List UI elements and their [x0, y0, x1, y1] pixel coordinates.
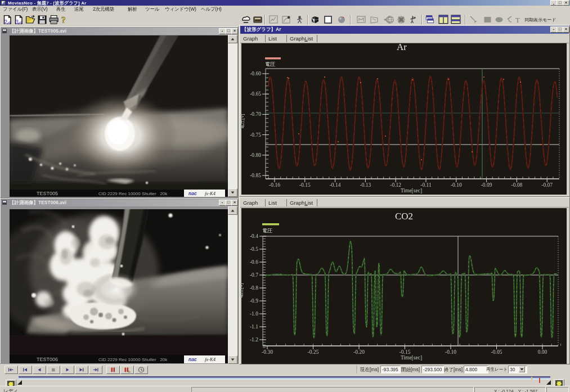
svg-text:-0.07: -0.07 — [541, 182, 553, 188]
svg-text:Time[sec]: Time[sec] — [401, 188, 422, 193]
svg-text:-0.20: -0.20 — [353, 349, 365, 355]
svg-text:-0.16: -0.16 — [269, 182, 280, 188]
svg-text:電圧[V]: 電圧[V] — [240, 283, 244, 298]
svg-text:-0.08: -0.08 — [511, 182, 523, 188]
svg-text:-0.05: -0.05 — [491, 349, 502, 355]
svg-text:-0.4: -0.4 — [250, 233, 258, 239]
svg-text:-0.80: -0.80 — [250, 152, 261, 158]
svg-text:-0.25: -0.25 — [308, 349, 319, 355]
svg-text:-0.5: -0.5 — [250, 246, 258, 252]
svg-text:-0.15: -0.15 — [299, 182, 311, 188]
svg-text:-0.8: -0.8 — [250, 285, 258, 291]
svg-text:-1.0: -1.0 — [250, 311, 258, 317]
svg-text:fx-K4: fx-K4 — [205, 191, 216, 196]
svg-text:-0.10: -0.10 — [451, 182, 462, 188]
svg-text:fx-K4: fx-K4 — [205, 357, 216, 362]
svg-text:-1.1: -1.1 — [250, 324, 258, 330]
svg-text:-0.75: -0.75 — [250, 132, 261, 138]
svg-text:Time[sec]: Time[sec] — [401, 355, 422, 361]
svg-text:-0.7: -0.7 — [250, 272, 258, 278]
svg-text:TEST006: TEST006 — [37, 357, 58, 362]
svg-text:nac: nac — [188, 191, 197, 196]
svg-text:電圧[V]: 電圧[V] — [240, 114, 245, 129]
svg-text:-0.09: -0.09 — [481, 182, 492, 188]
svg-text:-0.60: -0.60 — [250, 71, 261, 76]
svg-text:d: d — [8, 20, 11, 25]
svg-text:-0.14: -0.14 — [330, 182, 341, 188]
svg-text:-0.12: -0.12 — [390, 182, 401, 188]
svg-text:-0.10: -0.10 — [445, 349, 456, 355]
svg-text:d: d — [19, 20, 22, 25]
svg-text:-0.70: -0.70 — [250, 111, 261, 117]
svg-text:電圧: 電圧 — [265, 61, 275, 67]
svg-text:nac: nac — [188, 357, 197, 362]
svg-text:-0.11: -0.11 — [420, 182, 432, 188]
svg-text:-0.6: -0.6 — [250, 259, 258, 265]
svg-text:CID 2229 Rec 10000 Shutter 2: CID 2229 Rec 10000 Shutter 20k — [98, 357, 168, 362]
svg-text:-0.15: -0.15 — [400, 349, 411, 355]
svg-text:T: T — [515, 16, 520, 24]
svg-text:-1.2: -1.2 — [250, 337, 258, 343]
svg-text:?: ? — [61, 15, 66, 24]
svg-text:-0.13: -0.13 — [360, 182, 371, 188]
svg-text:CID 2229 Rec 10000 Shutter 2: CID 2229 Rec 10000 Shutter 20k — [98, 191, 168, 196]
svg-text:電圧: 電圧 — [262, 228, 272, 233]
svg-text:-0.30: -0.30 — [262, 349, 273, 355]
svg-text:-0.9: -0.9 — [250, 298, 258, 304]
svg-text:-0.65: -0.65 — [250, 91, 261, 97]
svg-text:CO2: CO2 — [395, 211, 413, 222]
svg-text:-0.85: -0.85 — [250, 173, 261, 178]
svg-text:0.00: 0.00 — [538, 349, 547, 355]
svg-text:TEST005: TEST005 — [37, 191, 58, 196]
